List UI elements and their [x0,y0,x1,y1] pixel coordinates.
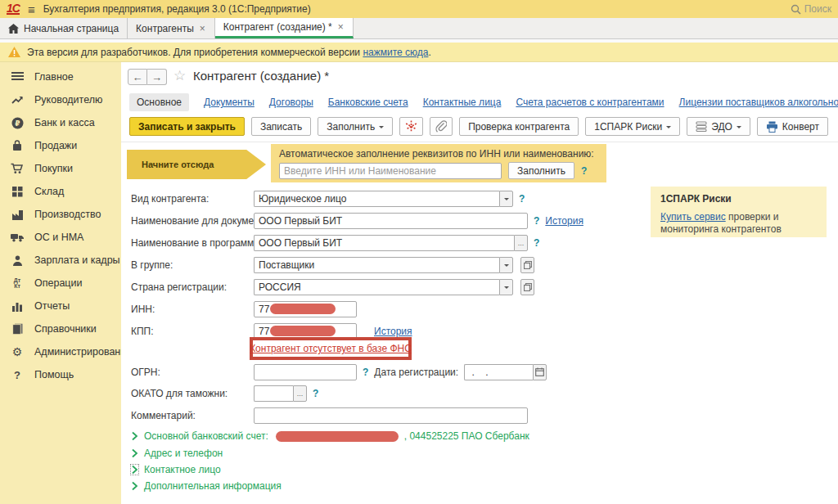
open-item-button[interactable] [520,257,534,273]
group-input[interactable] [254,257,499,273]
ogrn-input[interactable] [254,364,357,380]
factory-icon [10,209,25,220]
close-icon[interactable]: × [337,21,345,33]
sidebar-item-glavnoe[interactable]: Главное [0,65,121,88]
help-icon[interactable]: ? [363,367,368,378]
truck-icon [10,232,25,242]
chevron-down-icon [504,264,509,269]
sidebar-item-administrirovanie[interactable]: ⚙ Администрирование [0,340,121,363]
ellipsis-button[interactable]: ... [514,235,528,251]
nav-dogovory[interactable]: Договоры [269,97,313,108]
name-in-program-input[interactable] [254,235,514,251]
fns-warning-link[interactable]: Контрагент отсутствует в базе ФНС [250,343,412,354]
sidebar-item-label: Главное [34,71,74,83]
cart-icon [10,163,25,174]
spark-risks-label: 1СПАРК Риски [594,121,662,133]
close-icon[interactable]: × [199,23,206,34]
sidebar-item-proizvodstvo[interactable]: Производство [0,203,121,226]
open-item-button[interactable] [520,279,534,295]
section-contact-person[interactable]: Контактное лицо [131,462,221,477]
global-search[interactable]: Поиск [791,3,831,15]
check-counterparty-button[interactable]: Проверка контрагента [459,117,579,136]
sidebar-item-zarplata-kadry[interactable]: Зарплата и кадры [0,249,121,272]
okato-input[interactable] [254,385,293,402]
help-icon[interactable]: ? [534,237,539,249]
tab-home[interactable]: Начальная страница [0,18,128,38]
sidebar-item-label: Операции [34,277,82,289]
section-additional-info[interactable]: Дополнительная информация [131,479,282,493]
help-icon[interactable]: ? [313,388,318,399]
nav-licenzii[interactable]: Лицензии поставщиков алкогольной продукц… [679,97,838,108]
ellipsis-button[interactable]: ... [293,385,307,402]
country-input[interactable] [254,279,499,295]
bag-icon [10,140,25,151]
back-button[interactable]: ← [128,69,147,85]
section-address-phone[interactable]: Адрес и телефон [131,446,223,461]
nav-scheta-raschetov[interactable]: Счета расчетов с контрагентами [516,97,664,108]
chevron-right-icon [131,431,138,441]
ogrn-label: ОГРН: [131,367,160,378]
tab-label: Контрагенты [136,23,194,34]
forward-button[interactable]: → [147,69,167,85]
tab-kontragent-create[interactable]: Контрагент (создание) * × [215,18,354,38]
tab-kontragenty[interactable]: Контрагенты × [128,18,215,38]
sidebar-item-spravochniki[interactable]: Справочники [0,317,121,340]
chevron-down-icon [737,126,741,131]
nav-bankovskie-scheta[interactable]: Банковские счета [328,97,408,108]
spark-risks-dropdown-button[interactable]: 1СПАРК Риски [585,117,680,136]
home-icon [8,24,19,34]
kpp-history-link[interactable]: История [374,326,412,337]
reg-date-input[interactable] [464,364,533,380]
section-label: Основной банковский счет: [144,430,268,442]
sidebar-item-pokupki[interactable]: Покупки [0,157,121,180]
name-docs-history-link[interactable]: История [545,215,583,227]
sidebar-item-prodazhi[interactable]: Продажи [0,134,121,157]
help-icon[interactable]: ? [534,215,539,227]
help-icon[interactable]: ? [519,193,525,205]
inn-or-name-input[interactable] [279,163,502,179]
kpp-redaction [270,326,336,336]
sidebar-item-label: Отчеты [34,300,70,312]
save-button[interactable]: Записать [251,117,311,136]
name-for-documents-input[interactable] [254,213,528,229]
sidebar-item-pomosch[interactable]: ? Помощь [0,363,121,386]
tab-bar: Начальная страница Контрагенты × Контраг… [0,18,838,39]
dropdown-button[interactable] [499,279,513,295]
calendar-button[interactable] [533,364,547,380]
buy-service-link[interactable]: Купить сервис [660,211,726,223]
sidebar-item-rukovoditelyu[interactable]: Руководителю [0,88,121,111]
edo-dropdown-button[interactable]: ЭДО [687,117,750,136]
dropdown-button[interactable] [499,257,513,273]
envelope-button[interactable]: Конверт [757,117,828,136]
vid-kontragenta-input[interactable] [254,191,499,207]
banner-link[interactable]: нажмите сюда [363,47,428,58]
sidebar-item-otchety[interactable]: Отчеты [0,295,121,317]
sidebar-item-sklad[interactable]: Склад [0,180,121,203]
paperclip-icon [435,120,447,133]
nav-dokumenty[interactable]: Документы [204,97,255,108]
attachment-button[interactable] [430,117,453,136]
sidebar-item-label: Склад [34,186,64,197]
chevron-down-icon [666,126,671,131]
main-menu-icon[interactable]: ≡ [28,2,35,16]
help-icon[interactable]: ? [581,165,587,177]
comment-input[interactable] [254,407,528,424]
spark-check-button[interactable] [399,117,423,136]
nav-kontaktnye-lica[interactable]: Контактные лица [423,97,502,108]
inn-input[interactable]: 77 [254,301,357,317]
sidebar-item-label: Продажи [34,140,77,151]
save-and-close-button[interactable]: Записать и закрыть [129,117,245,136]
autofill-fill-button[interactable]: Заполнить [508,162,574,179]
favorite-star-icon[interactable]: ☆ [173,67,186,83]
sidebar-item-bank-kassa[interactable]: ₽ Банк и касса [0,111,121,134]
comment-label: Комментарий: [131,410,196,421]
kpp-label: КПП: [131,326,154,337]
sidebar-item-os-nma[interactable]: ОС и НМА [0,226,121,249]
dropdown-button[interactable] [499,191,513,207]
fill-dropdown-button[interactable]: Заполнить [318,117,393,136]
bar-chart-icon [10,301,25,312]
tab-label: Контрагент (создание) * [223,21,332,33]
sidebar-item-operacii[interactable]: ДтКт Операции [0,272,121,295]
section-bank-account[interactable]: Основной банковский счет: , 044525225 ПА… [131,429,529,443]
nav-osnovnoe[interactable]: Основное [129,93,189,111]
